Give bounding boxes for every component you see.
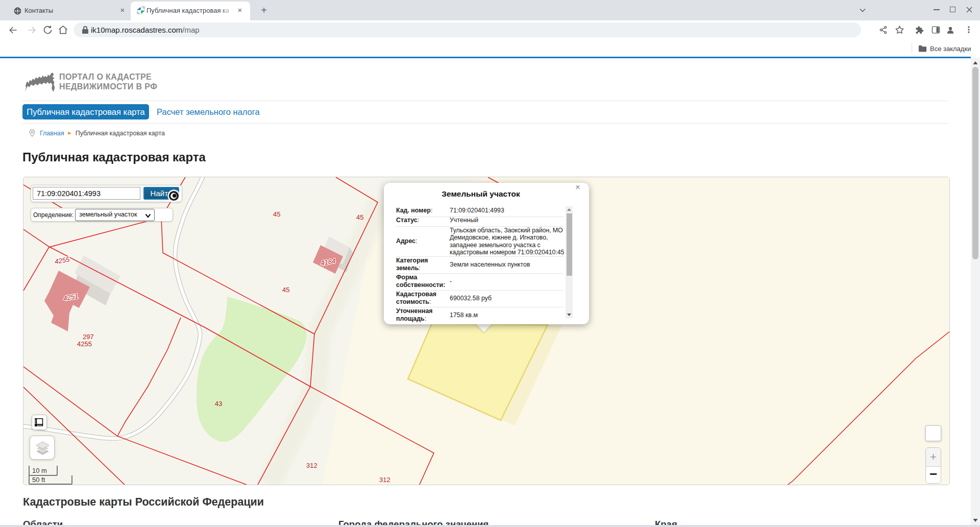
svg-text:312: 312 bbox=[379, 476, 390, 484]
svg-text:45: 45 bbox=[282, 286, 289, 294]
svg-text:312: 312 bbox=[306, 462, 317, 469]
svg-text:4255: 4255 bbox=[54, 255, 70, 266]
svg-text:4255: 4255 bbox=[77, 340, 92, 348]
svg-text:45: 45 bbox=[356, 213, 363, 221]
svg-text:43: 43 bbox=[215, 400, 222, 408]
svg-text:297: 297 bbox=[83, 333, 94, 341]
svg-text:50 ft: 50 ft bbox=[32, 476, 45, 484]
svg-text:10 m: 10 m bbox=[32, 467, 47, 474]
svg-text:45: 45 bbox=[273, 210, 280, 218]
